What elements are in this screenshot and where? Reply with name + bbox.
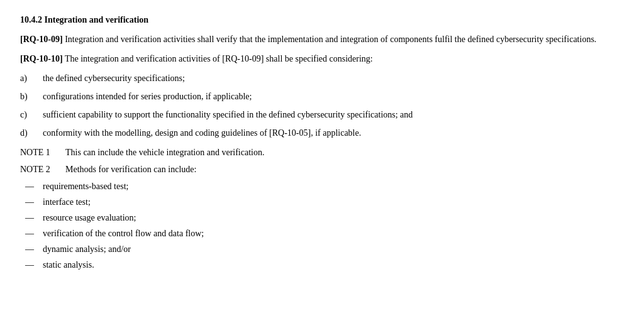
dash-3: —	[20, 227, 43, 240]
text-rq1009: Integration and verification activities …	[63, 35, 597, 44]
dash-content-0: requirements-based test;	[43, 180, 624, 193]
dash-item-2: — resource usage evaluation;	[20, 211, 624, 224]
list-content-d: conformity with the modelling, design an…	[43, 126, 624, 139]
dash-4: —	[20, 243, 43, 256]
dash-content-5: static analysis.	[43, 258, 624, 271]
dash-1: —	[20, 195, 43, 209]
list-letter-a: a)	[20, 72, 43, 85]
dash-content-3: verification of the control flow and dat…	[43, 227, 624, 240]
dash-item-1: — interface test;	[20, 195, 624, 209]
section-title: 10.4.2 Integration and verification	[20, 15, 624, 25]
paragraph-rq1010: [RQ-10-10] The integration and verificat…	[20, 52, 624, 65]
note-2: NOTE 2 Methods for verification can incl…	[20, 163, 624, 176]
dash-5: —	[20, 258, 43, 271]
dash-0: —	[20, 180, 43, 193]
tag-rq1010: [RQ-10-10]	[20, 54, 63, 63]
dash-content-1: interface test;	[43, 195, 624, 209]
list-item-b: b) configurations intended for series pr…	[20, 90, 624, 103]
list-item-c: c) sufficient capability to support the …	[20, 108, 624, 121]
note-1-label: NOTE 1	[20, 146, 65, 159]
list-letter-d: d)	[20, 126, 43, 139]
note-2-content: Methods for verification can include:	[65, 163, 624, 176]
list-item-d: d) conformity with the modelling, design…	[20, 126, 624, 139]
text-rq1010: The integration and verification activit…	[63, 54, 373, 63]
list-content-c: sufficient capability to support the fun…	[43, 108, 624, 121]
notes-section: NOTE 1 This can include the vehicle inte…	[20, 146, 624, 176]
list-letter-b: b)	[20, 90, 43, 103]
lettered-list: a) the defined cybersecurity specificati…	[20, 72, 624, 139]
note-2-label: NOTE 2	[20, 163, 65, 176]
list-content-b: configurations intended for series produ…	[43, 90, 624, 103]
dash-item-0: — requirements-based test;	[20, 180, 624, 193]
list-item-a: a) the defined cybersecurity specificati…	[20, 72, 624, 85]
note-1-content: This can include the vehicle integration…	[65, 146, 624, 159]
list-letter-c: c)	[20, 108, 43, 121]
list-content-a: the defined cybersecurity specifications…	[43, 72, 624, 85]
dash-list: — requirements-based test; — interface t…	[20, 180, 624, 271]
tag-rq1009: [RQ-10-09]	[20, 35, 63, 44]
dash-2: —	[20, 211, 43, 224]
note-1: NOTE 1 This can include the vehicle inte…	[20, 146, 624, 159]
dash-item-3: — verification of the control flow and d…	[20, 227, 624, 240]
dash-content-4: dynamic analysis; and/or	[43, 243, 624, 256]
dash-item-5: — static analysis.	[20, 258, 624, 271]
paragraph-rq1009: [RQ-10-09] Integration and verification …	[20, 33, 624, 46]
dash-item-4: — dynamic analysis; and/or	[20, 243, 624, 256]
dash-content-2: resource usage evaluation;	[43, 211, 624, 224]
